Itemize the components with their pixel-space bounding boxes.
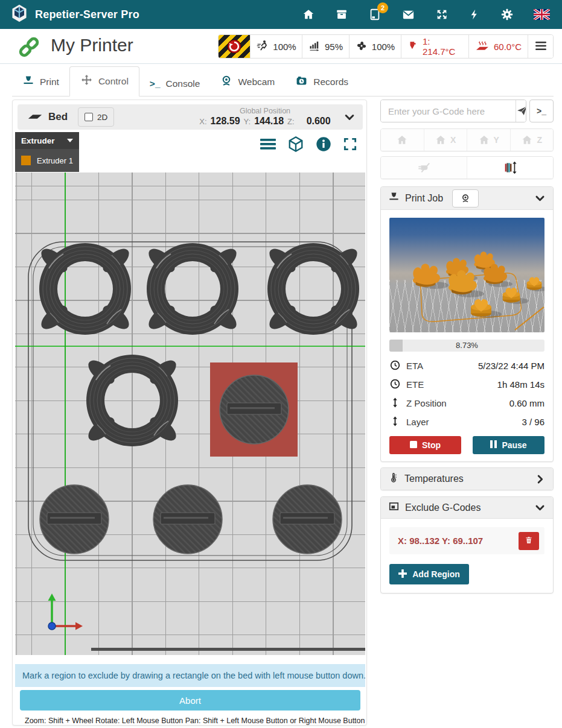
- print-job-body: 8.73% ETA 5/23/22 4:44 PM ETE 1h 48m 14s: [381, 210, 553, 461]
- y-label: Y:: [244, 117, 251, 126]
- checkbox-icon: [85, 113, 93, 121]
- extruder-item-label: Extruder 1: [37, 156, 73, 165]
- mail-icon[interactable]: [401, 8, 415, 22]
- fan-value: 100%: [372, 42, 395, 52]
- extruder-dropdown: Extruder Extruder 1: [15, 132, 79, 172]
- stop-label: Stop: [422, 440, 441, 450]
- gcode-input[interactable]: [381, 100, 516, 122]
- extruder-dropdown-item[interactable]: Extruder 1: [15, 149, 79, 172]
- exclude-region-coords: X: 98..132 Y: 69..107: [398, 536, 483, 546]
- preview-models: [389, 218, 544, 332]
- home-x-label: X: [450, 135, 456, 145]
- print-preview-image: [389, 218, 544, 332]
- eta-label: ETA: [406, 361, 423, 371]
- printer-queue-icon[interactable]: 2: [368, 8, 382, 21]
- exclude-gcodes-header[interactable]: Exclude G-Codes: [381, 497, 553, 519]
- tab-webcam-label: Webcam: [238, 77, 275, 87]
- power-bolt-icon[interactable]: [468, 8, 481, 21]
- print-job-title: Print Job: [405, 193, 443, 204]
- hamburger-icon: [535, 41, 546, 52]
- tab-control[interactable]: Control: [69, 66, 139, 97]
- temperatures-expand-icon[interactable]: [534, 473, 546, 485]
- info-icon[interactable]: [315, 136, 332, 155]
- pause-button[interactable]: Pause: [473, 436, 544, 454]
- settings-gear-icon[interactable]: [500, 8, 514, 21]
- change-filament-button[interactable]: [467, 157, 553, 179]
- trash-icon: [525, 536, 533, 546]
- preview-webcam-toggle[interactable]: [452, 189, 479, 207]
- nav-icons: 2: [302, 8, 552, 22]
- expand-arrows-icon[interactable]: [435, 8, 449, 21]
- extruder-temperature[interactable]: 1: 214.7°C: [401, 35, 468, 58]
- send-gcode-button[interactable]: [516, 100, 526, 122]
- tab-webcam[interactable]: Webcam: [210, 68, 285, 97]
- mode-2d-checkbox[interactable]: 2D: [78, 107, 114, 127]
- extruder-dropdown-button[interactable]: Extruder: [15, 132, 79, 149]
- bed-panel: Bed 2D Global Position X: 128.59 Y: 144.…: [12, 100, 367, 726]
- x-value: 128.59: [211, 116, 240, 127]
- exclude-region-row: X: 98..132 Y: 69..107: [389, 527, 544, 554]
- speed-multiplier[interactable]: 100%: [250, 35, 302, 58]
- motors-off-button[interactable]: [381, 157, 467, 179]
- clock-icon: [389, 378, 401, 391]
- home-icon[interactable]: [302, 8, 315, 21]
- print-job-icon: [388, 191, 400, 205]
- console-icon: >_: [150, 78, 161, 89]
- add-region-button[interactable]: Add Region: [389, 564, 469, 584]
- tab-print[interactable]: Print: [12, 68, 69, 97]
- exclude-collapse-icon[interactable]: [534, 502, 546, 513]
- flow-value: 95%: [325, 42, 343, 52]
- right-column: >_ X Y Z: [380, 100, 554, 593]
- server-box-icon[interactable]: [335, 8, 348, 21]
- cube-3d-icon[interactable]: [287, 135, 305, 156]
- print-job-header[interactable]: Print Job: [381, 187, 553, 210]
- emergency-stop-button[interactable]: [219, 35, 250, 58]
- printer-status-bar: 100% 95% 100% 1: 214.7°C 60.0°C: [218, 34, 554, 59]
- move-icon: [80, 74, 93, 89]
- connected-link-icon: [17, 35, 41, 62]
- brand[interactable]: Repetier-Server Pro: [10, 4, 139, 25]
- collapse-chevron-icon[interactable]: [343, 111, 356, 123]
- home-all-button[interactable]: [381, 129, 424, 151]
- speed-icon: [256, 39, 269, 54]
- tab-records[interactable]: Records: [285, 68, 359, 97]
- temperatures-panel: Temperatures: [380, 467, 554, 490]
- extruder-temp-value: 1: 214.7°C: [423, 36, 462, 57]
- abort-button[interactable]: Abort: [20, 690, 360, 711]
- repetier-logo-icon: [10, 4, 29, 25]
- delete-region-button[interactable]: [519, 532, 539, 550]
- bed-panel-header: Bed 2D Global Position X: 128.59 Y: 144.…: [18, 104, 363, 130]
- thermometer-icon: [388, 472, 399, 486]
- viewer-help-text: Zoom: Shift + Wheel Rotate: Left Mouse B…: [25, 717, 365, 725]
- fullscreen-icon[interactable]: [342, 136, 358, 154]
- printer-menu-button[interactable]: [528, 35, 553, 58]
- bed-temperature[interactable]: 60.0°C: [468, 35, 528, 58]
- language-flag-icon[interactable]: [534, 9, 550, 20]
- tab-console[interactable]: >_ Console: [139, 72, 211, 97]
- printer-header: My Printer 100% 95% 100% 1: 214.7°C: [0, 29, 562, 64]
- notification-badge: 2: [377, 2, 388, 13]
- open-console-button[interactable]: >_: [529, 100, 554, 122]
- layer-label: Layer: [406, 417, 429, 427]
- bed-canvas[interactable]: [15, 173, 365, 655]
- home-z-button[interactable]: Z: [510, 129, 554, 151]
- fan-speed[interactable]: 100%: [349, 35, 401, 58]
- layers-menu-icon[interactable]: [260, 137, 276, 154]
- z-position-value: 0.60 mm: [509, 398, 544, 408]
- flow-multiplier[interactable]: 95%: [302, 35, 349, 58]
- stop-icon: [410, 440, 417, 450]
- home-y-button[interactable]: Y: [467, 129, 510, 151]
- temperatures-header[interactable]: Temperatures: [381, 468, 553, 490]
- speed-value: 100%: [273, 42, 296, 52]
- extruder-nozzle-icon: [407, 40, 418, 53]
- home-x-button[interactable]: X: [424, 129, 467, 151]
- ete-value: 1h 48m 14s: [497, 379, 544, 390]
- stop-button[interactable]: Stop: [389, 436, 461, 454]
- progress-label: 8.73%: [389, 340, 544, 352]
- bed-icon: [27, 110, 43, 124]
- region-icon: [388, 501, 400, 514]
- z-position-label: Z Position: [406, 398, 447, 408]
- extruder-dropdown-label: Extruder: [21, 136, 55, 145]
- home-buttons: X Y Z: [380, 128, 554, 151]
- print-job-collapse-icon[interactable]: [534, 192, 546, 204]
